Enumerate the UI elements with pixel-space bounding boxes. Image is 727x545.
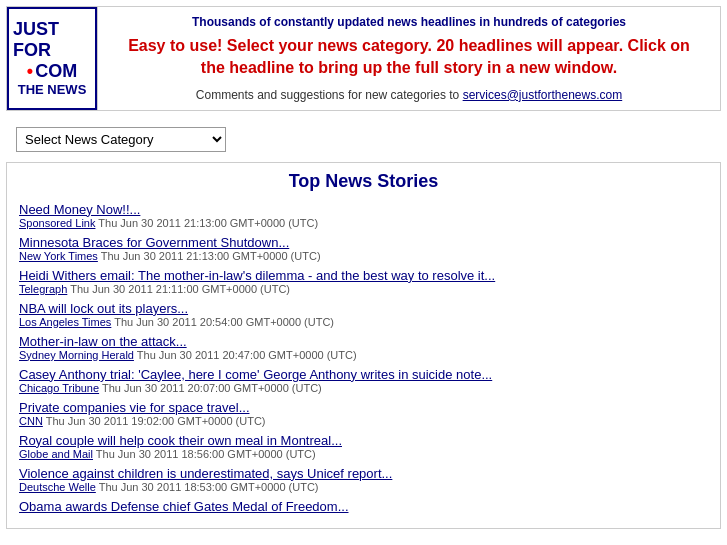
category-container: Select News Category Top News Business T… [0, 117, 727, 162]
logo-box: JUST FOR • COM THE NEWS [7, 7, 97, 110]
category-select[interactable]: Select News Category Top News Business T… [16, 127, 226, 152]
news-headline-5[interactable]: Mother-in-law on the attack... [19, 334, 708, 349]
news-source-1: Sponsored Link [19, 217, 95, 229]
instruction-line2: the headline to bring up the full story … [201, 59, 617, 76]
news-source-3: Telegraph [19, 283, 67, 295]
news-meta-5: Sydney Morning Herald Thu Jun 30 2011 20… [19, 349, 708, 361]
main-content: Top News Stories Need Money Now!!... Spo… [6, 162, 721, 529]
logo-com: COM [35, 61, 77, 82]
news-date-9: Thu Jun 30 2011 18:53:00 GMT+0000 (UTC) [99, 481, 319, 493]
list-item: Heidi Withers email: The mother-in-law's… [19, 268, 708, 295]
news-headline-10[interactable]: Obama awards Defense chief Gates Medal o… [19, 499, 708, 514]
news-headline-1[interactable]: Need Money Now!!... [19, 202, 708, 217]
list-item: NBA will lock out its players... Los Ang… [19, 301, 708, 328]
news-source-4: Los Angeles Times [19, 316, 111, 328]
news-date-7: Thu Jun 30 2011 19:02:00 GMT+0000 (UTC) [46, 415, 266, 427]
instruction-line1: Easy to use! Select your news category. … [128, 37, 690, 54]
news-source-5: Sydney Morning Herald [19, 349, 134, 361]
news-date-6: Thu Jun 30 2011 20:07:00 GMT+0000 (UTC) [102, 382, 322, 394]
news-headline-6[interactable]: Casey Anthony trial: 'Caylee, here I com… [19, 367, 708, 382]
list-item: Royal couple will help cook their own me… [19, 433, 708, 460]
news-headline-9[interactable]: Violence against children is underestima… [19, 466, 708, 481]
comment-text: Comments and suggestions for new categor… [196, 88, 459, 102]
section-title: Top News Stories [19, 171, 708, 192]
news-source-6: Chicago Tribune [19, 382, 99, 394]
list-item: Minnesota Braces for Government Shutdown… [19, 235, 708, 262]
news-meta-6: Chicago Tribune Thu Jun 30 2011 20:07:00… [19, 382, 708, 394]
news-meta-1: Sponsored Link Thu Jun 30 2011 21:13:00 … [19, 217, 708, 229]
news-source-2: New York Times [19, 250, 98, 262]
list-item: Obama awards Defense chief Gates Medal o… [19, 499, 708, 514]
news-date-4: Thu Jun 30 2011 20:54:00 GMT+0000 (UTC) [114, 316, 334, 328]
news-headline-7[interactable]: Private companies vie for space travel..… [19, 400, 708, 415]
logo-the-news: THE NEWS [18, 82, 87, 97]
news-date-5: Thu Jun 30 2011 20:47:00 GMT+0000 (UTC) [137, 349, 357, 361]
news-meta-3: Telegraph Thu Jun 30 2011 21:11:00 GMT+0… [19, 283, 708, 295]
news-headline-3[interactable]: Heidi Withers email: The mother-in-law's… [19, 268, 708, 283]
news-meta-2: New York Times Thu Jun 30 2011 21:13:00 … [19, 250, 708, 262]
list-item: Mother-in-law on the attack... Sydney Mo… [19, 334, 708, 361]
logo-bullet: • [27, 61, 33, 82]
logo-just: JUST FOR [13, 19, 91, 61]
list-item: Violence against children is underestima… [19, 466, 708, 493]
news-date-8: Thu Jun 30 2011 18:56:00 GMT+0000 (UTC) [96, 448, 316, 460]
header-text-box: Thousands of constantly updated news hea… [97, 7, 720, 110]
news-meta-4: Los Angeles Times Thu Jun 30 2011 20:54:… [19, 316, 708, 328]
news-source-7: CNN [19, 415, 43, 427]
news-headline-4[interactable]: NBA will lock out its players... [19, 301, 708, 316]
news-meta-9: Deutsche Welle Thu Jun 30 2011 18:53:00 … [19, 481, 708, 493]
header-container: JUST FOR • COM THE NEWS Thousands of con… [6, 6, 721, 111]
contact-email-link[interactable]: services@justforthenews.com [463, 88, 623, 102]
news-headline-2[interactable]: Minnesota Braces for Government Shutdown… [19, 235, 708, 250]
header-comment: Comments and suggestions for new categor… [110, 88, 708, 102]
news-source-9: Deutsche Welle [19, 481, 96, 493]
news-date-2: Thu Jun 30 2011 21:13:00 GMT+0000 (UTC) [101, 250, 321, 262]
news-meta-8: Globe and Mail Thu Jun 30 2011 18:56:00 … [19, 448, 708, 460]
list-item: Need Money Now!!... Sponsored Link Thu J… [19, 202, 708, 229]
list-item: Private companies vie for space travel..… [19, 400, 708, 427]
logo-com-row: • COM [27, 61, 77, 82]
header-instruction: Easy to use! Select your news category. … [110, 35, 708, 80]
news-source-8: Globe and Mail [19, 448, 93, 460]
news-meta-7: CNN Thu Jun 30 2011 19:02:00 GMT+0000 (U… [19, 415, 708, 427]
news-headline-8[interactable]: Royal couple will help cook their own me… [19, 433, 708, 448]
news-date-3: Thu Jun 30 2011 21:11:00 GMT+0000 (UTC) [70, 283, 290, 295]
list-item: Casey Anthony trial: 'Caylee, here I com… [19, 367, 708, 394]
header-tagline: Thousands of constantly updated news hea… [110, 15, 708, 29]
news-date-1: Thu Jun 30 2011 21:13:00 GMT+0000 (UTC) [98, 217, 318, 229]
